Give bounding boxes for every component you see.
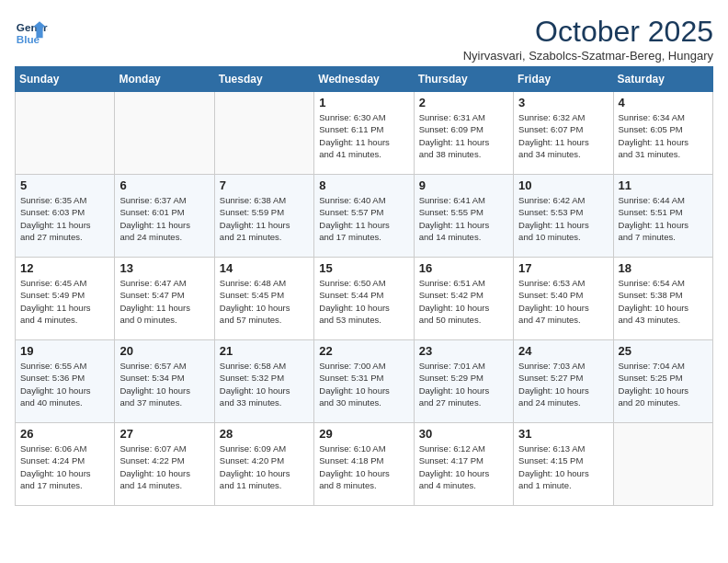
day-cell-30: 30Sunrise: 6:12 AMSunset: 4:17 PMDayligh… bbox=[414, 423, 513, 506]
empty-cell bbox=[115, 92, 214, 175]
day-cell-14: 14Sunrise: 6:48 AMSunset: 5:45 PMDayligh… bbox=[214, 258, 313, 340]
day-info: Sunrise: 6:30 AMSunset: 6:11 PMDaylight:… bbox=[319, 111, 408, 160]
day-number: 3 bbox=[518, 96, 608, 109]
day-cell-25: 25Sunrise: 7:04 AMSunset: 5:25 PMDayligh… bbox=[613, 340, 712, 423]
day-info: Sunrise: 6:41 AMSunset: 5:55 PMDaylight:… bbox=[419, 194, 508, 243]
day-number: 2 bbox=[419, 96, 508, 109]
day-info: Sunrise: 6:57 AMSunset: 5:34 PMDaylight:… bbox=[119, 360, 209, 408]
empty-cell bbox=[613, 423, 712, 506]
day-number: 19 bbox=[20, 344, 109, 358]
day-info: Sunrise: 6:50 AMSunset: 5:44 PMDaylight:… bbox=[319, 277, 408, 326]
month-title: October 2025 bbox=[463, 15, 713, 49]
day-number: 13 bbox=[119, 261, 209, 275]
week-row-5: 26Sunrise: 6:06 AMSunset: 4:24 PMDayligh… bbox=[16, 423, 713, 506]
day-number: 16 bbox=[419, 261, 508, 275]
day-number: 29 bbox=[319, 427, 408, 441]
day-info: Sunrise: 6:38 AMSunset: 5:59 PMDaylight:… bbox=[220, 194, 309, 243]
day-info: Sunrise: 6:54 AMSunset: 5:38 PMDaylight:… bbox=[619, 277, 708, 326]
day-cell-23: 23Sunrise: 7:01 AMSunset: 5:29 PMDayligh… bbox=[414, 340, 513, 423]
week-row-1: 1Sunrise: 6:30 AMSunset: 6:11 PMDaylight… bbox=[16, 92, 713, 175]
day-cell-21: 21Sunrise: 6:58 AMSunset: 5:32 PMDayligh… bbox=[214, 340, 313, 423]
day-number: 22 bbox=[319, 344, 408, 358]
day-cell-18: 18Sunrise: 6:54 AMSunset: 5:38 PMDayligh… bbox=[613, 258, 712, 340]
day-info: Sunrise: 6:13 AMSunset: 4:15 PMDaylight:… bbox=[518, 442, 608, 491]
day-number: 15 bbox=[319, 261, 408, 275]
day-info: Sunrise: 6:58 AMSunset: 5:32 PMDaylight:… bbox=[220, 360, 309, 408]
day-info: Sunrise: 6:34 AMSunset: 6:05 PMDaylight:… bbox=[619, 111, 708, 160]
day-info: Sunrise: 6:32 AMSunset: 6:07 PMDaylight:… bbox=[518, 111, 608, 160]
weekday-header-sunday: Sunday bbox=[16, 67, 115, 92]
day-info: Sunrise: 6:31 AMSunset: 6:09 PMDaylight:… bbox=[419, 111, 508, 160]
day-cell-9: 9Sunrise: 6:41 AMSunset: 5:55 PMDaylight… bbox=[414, 175, 513, 258]
day-cell-7: 7Sunrise: 6:38 AMSunset: 5:59 PMDaylight… bbox=[214, 175, 313, 258]
day-number: 17 bbox=[518, 261, 608, 275]
empty-cell bbox=[214, 92, 313, 175]
weekday-header-tuesday: Tuesday bbox=[214, 67, 313, 92]
day-cell-24: 24Sunrise: 7:03 AMSunset: 5:27 PMDayligh… bbox=[514, 340, 613, 423]
day-cell-15: 15Sunrise: 6:50 AMSunset: 5:44 PMDayligh… bbox=[314, 258, 414, 340]
day-cell-13: 13Sunrise: 6:47 AMSunset: 5:47 PMDayligh… bbox=[115, 258, 214, 340]
day-cell-26: 26Sunrise: 6:06 AMSunset: 4:24 PMDayligh… bbox=[16, 423, 115, 506]
day-cell-2: 2Sunrise: 6:31 AMSunset: 6:09 PMDaylight… bbox=[414, 92, 513, 175]
day-number: 6 bbox=[119, 178, 209, 192]
day-cell-1: 1Sunrise: 6:30 AMSunset: 6:11 PMDaylight… bbox=[314, 92, 414, 175]
day-info: Sunrise: 7:04 AMSunset: 5:25 PMDaylight:… bbox=[619, 360, 708, 408]
day-cell-17: 17Sunrise: 6:53 AMSunset: 5:40 PMDayligh… bbox=[514, 258, 613, 340]
day-number: 30 bbox=[419, 427, 508, 441]
day-info: Sunrise: 6:09 AMSunset: 4:20 PMDaylight:… bbox=[220, 442, 309, 491]
day-info: Sunrise: 6:10 AMSunset: 4:18 PMDaylight:… bbox=[319, 442, 408, 491]
day-number: 1 bbox=[319, 96, 408, 109]
week-row-2: 5Sunrise: 6:35 AMSunset: 6:03 PMDaylight… bbox=[16, 175, 713, 258]
day-number: 31 bbox=[518, 427, 608, 441]
day-cell-19: 19Sunrise: 6:55 AMSunset: 5:36 PMDayligh… bbox=[16, 340, 115, 423]
day-info: Sunrise: 6:37 AMSunset: 6:01 PMDaylight:… bbox=[119, 194, 209, 243]
day-cell-22: 22Sunrise: 7:00 AMSunset: 5:31 PMDayligh… bbox=[314, 340, 414, 423]
day-info: Sunrise: 6:55 AMSunset: 5:36 PMDaylight:… bbox=[20, 360, 109, 408]
day-number: 11 bbox=[619, 178, 708, 192]
day-number: 5 bbox=[20, 178, 109, 192]
day-cell-8: 8Sunrise: 6:40 AMSunset: 5:57 PMDaylight… bbox=[314, 175, 414, 258]
day-number: 26 bbox=[20, 427, 109, 441]
day-number: 28 bbox=[220, 427, 309, 441]
day-info: Sunrise: 6:07 AMSunset: 4:22 PMDaylight:… bbox=[119, 442, 209, 491]
title-block: October 2025 Nyirvasvari, Szabolcs-Szatm… bbox=[463, 15, 713, 63]
day-cell-28: 28Sunrise: 6:09 AMSunset: 4:20 PMDayligh… bbox=[214, 423, 313, 506]
day-cell-3: 3Sunrise: 6:32 AMSunset: 6:07 PMDaylight… bbox=[514, 92, 613, 175]
day-info: Sunrise: 6:12 AMSunset: 4:17 PMDaylight:… bbox=[419, 442, 508, 491]
week-row-3: 12Sunrise: 6:45 AMSunset: 5:49 PMDayligh… bbox=[16, 258, 713, 340]
day-cell-10: 10Sunrise: 6:42 AMSunset: 5:53 PMDayligh… bbox=[514, 175, 613, 258]
day-number: 10 bbox=[518, 178, 608, 192]
day-number: 4 bbox=[619, 96, 708, 109]
day-cell-29: 29Sunrise: 6:10 AMSunset: 4:18 PMDayligh… bbox=[314, 423, 414, 506]
day-info: Sunrise: 6:51 AMSunset: 5:42 PMDaylight:… bbox=[419, 277, 508, 326]
weekday-header-saturday: Saturday bbox=[613, 67, 712, 92]
day-cell-12: 12Sunrise: 6:45 AMSunset: 5:49 PMDayligh… bbox=[16, 258, 115, 340]
day-number: 7 bbox=[220, 178, 309, 192]
weekday-header-row: SundayMondayTuesdayWednesdayThursdayFrid… bbox=[16, 67, 713, 92]
logo: General Blue bbox=[15, 15, 48, 48]
day-cell-11: 11Sunrise: 6:44 AMSunset: 5:51 PMDayligh… bbox=[613, 175, 712, 258]
day-info: Sunrise: 6:40 AMSunset: 5:57 PMDaylight:… bbox=[319, 194, 408, 243]
day-info: Sunrise: 7:00 AMSunset: 5:31 PMDaylight:… bbox=[319, 360, 408, 408]
day-cell-16: 16Sunrise: 6:51 AMSunset: 5:42 PMDayligh… bbox=[414, 258, 513, 340]
day-cell-27: 27Sunrise: 6:07 AMSunset: 4:22 PMDayligh… bbox=[115, 423, 214, 506]
day-info: Sunrise: 6:42 AMSunset: 5:53 PMDaylight:… bbox=[518, 194, 608, 243]
day-info: Sunrise: 7:03 AMSunset: 5:27 PMDaylight:… bbox=[518, 360, 608, 408]
day-info: Sunrise: 6:48 AMSunset: 5:45 PMDaylight:… bbox=[220, 277, 309, 326]
day-info: Sunrise: 7:01 AMSunset: 5:29 PMDaylight:… bbox=[419, 360, 508, 408]
weekday-header-friday: Friday bbox=[514, 67, 613, 92]
week-row-4: 19Sunrise: 6:55 AMSunset: 5:36 PMDayligh… bbox=[16, 340, 713, 423]
day-cell-4: 4Sunrise: 6:34 AMSunset: 6:05 PMDaylight… bbox=[613, 92, 712, 175]
day-number: 24 bbox=[518, 344, 608, 358]
day-number: 8 bbox=[319, 178, 408, 192]
day-cell-20: 20Sunrise: 6:57 AMSunset: 5:34 PMDayligh… bbox=[115, 340, 214, 423]
day-number: 14 bbox=[220, 261, 309, 275]
day-info: Sunrise: 6:53 AMSunset: 5:40 PMDaylight:… bbox=[518, 277, 608, 326]
day-cell-31: 31Sunrise: 6:13 AMSunset: 4:15 PMDayligh… bbox=[514, 423, 613, 506]
day-number: 9 bbox=[419, 178, 508, 192]
day-info: Sunrise: 6:47 AMSunset: 5:47 PMDaylight:… bbox=[119, 277, 209, 326]
day-number: 18 bbox=[619, 261, 708, 275]
day-info: Sunrise: 6:45 AMSunset: 5:49 PMDaylight:… bbox=[20, 277, 109, 326]
weekday-header-wednesday: Wednesday bbox=[314, 67, 414, 92]
calendar-table: SundayMondayTuesdayWednesdayThursdayFrid… bbox=[15, 66, 713, 506]
